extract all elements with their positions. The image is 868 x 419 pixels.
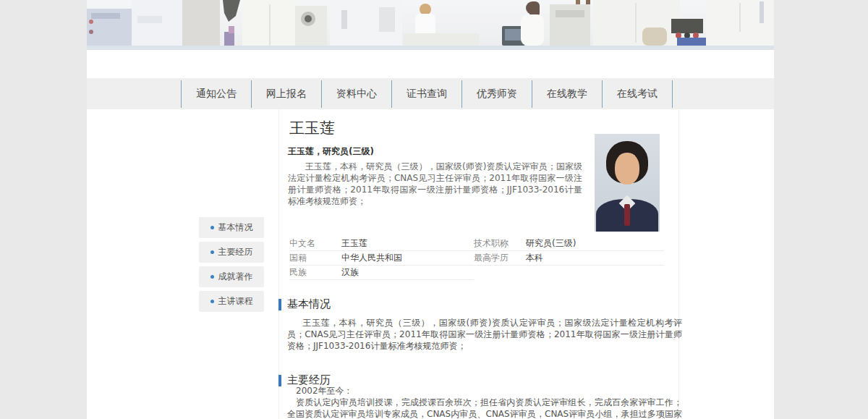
lab-banner-art <box>87 0 774 46</box>
banner-bottom-strip <box>87 46 774 50</box>
info-value: 中华人民共和国 <box>341 252 402 264</box>
portrait-photo <box>595 134 660 232</box>
info-value: 本科 <box>526 252 543 264</box>
bullet-icon <box>210 226 214 229</box>
info-label: 最高学历 <box>474 252 526 264</box>
main-navigation: 通知公告 网上报名 资料中心 证书查询 优秀师资 在线教学 在线考试 <box>87 78 774 109</box>
basic-info-table: 中文名 王玉莲 技术职称 研究员(三级) 国籍 中华人民共和国 最高学历 本科 … <box>289 237 664 280</box>
info-value: 汉族 <box>341 266 359 279</box>
table-row: 技术职称 研究员(三级) <box>474 237 664 251</box>
nav-tab-certificates[interactable]: 证书查询 <box>391 80 461 108</box>
section-experience-text: 资质认定内审员培训授课，完成授课百余班次；担任省内资质认定评审组长，完成百余家评… <box>287 397 682 419</box>
nav-tabs: 通知公告 网上报名 资料中心 证书查询 优秀师资 在线教学 在线考试 <box>181 80 673 108</box>
nav-tab-materials[interactable]: 资料中心 <box>321 80 391 108</box>
table-row: 最高学历 本科 <box>474 251 664 266</box>
section-title: 基本情况 <box>287 297 331 311</box>
section-bar-icon <box>278 375 281 386</box>
section-experience-date: 2002年至今： <box>287 385 682 397</box>
profile-intro-text: 王玉莲，本科，研究员（三级），国家级(师资)资质认定评审员；国家级法定计量检定机… <box>288 161 582 207</box>
portrait-face <box>615 153 639 185</box>
nav-tab-registration[interactable]: 网上报名 <box>251 80 321 108</box>
info-label: 中文名 <box>289 237 341 250</box>
sidebar-item-experience[interactable]: 主要经历 <box>199 242 264 263</box>
content-column: 通知公告 网上报名 资料中心 证书查询 优秀师资 在线教学 在线考试 基本情况 … <box>87 0 774 419</box>
table-row: 国籍 中华人民共和国 <box>289 251 474 266</box>
sidebar-item-label: 主要经历 <box>218 246 253 258</box>
info-label: 技术职称 <box>474 237 526 250</box>
sidebar-item-basic-info[interactable]: 基本情况 <box>199 217 264 238</box>
nav-tab-exams[interactable]: 在线考试 <box>602 80 672 108</box>
info-label: 国籍 <box>289 252 341 264</box>
table-row: 民族 汉族 <box>289 266 474 280</box>
sidebar-item-label: 主讲课程 <box>218 295 253 308</box>
nav-tab-notices[interactable]: 通知公告 <box>181 80 251 108</box>
portrait-tie <box>624 204 630 226</box>
sidebar-item-achievements[interactable]: 成就著作 <box>199 266 264 287</box>
section-bar-icon <box>278 299 281 310</box>
sidebar-item-label: 基本情况 <box>218 221 253 234</box>
content-card-right-border <box>678 109 679 419</box>
bullet-icon <box>210 250 214 254</box>
nav-tab-teaching[interactable]: 在线教学 <box>532 80 602 108</box>
bullet-icon <box>210 300 214 303</box>
lab-banner-image <box>87 0 774 46</box>
page: 通知公告 网上报名 资料中心 证书查询 优秀师资 在线教学 在线考试 基本情况 … <box>0 0 868 419</box>
sidebar-item-label: 成就著作 <box>218 271 253 283</box>
nav-tab-teachers[interactable]: 优秀师资 <box>461 80 532 108</box>
info-label: 民族 <box>289 266 341 279</box>
page-title: 王玉莲 <box>289 118 335 138</box>
info-value: 王玉莲 <box>341 237 367 250</box>
content-card-left-border <box>278 109 279 419</box>
nav-end-separator <box>672 80 673 108</box>
table-row-empty <box>474 266 664 280</box>
table-row: 中文名 王玉莲 <box>289 237 474 251</box>
profile-subtitle: 王玉莲，研究员(三级) <box>288 145 374 158</box>
section-basic-info-text: 王玉莲，本科，研究员（三级），国家级(师资)资质认定评审员；国家级法定计量检定机… <box>287 317 682 352</box>
sidebar-item-courses[interactable]: 主讲课程 <box>199 291 264 312</box>
info-value: 研究员(三级) <box>526 237 576 250</box>
bullet-icon <box>210 275 214 279</box>
section-heading-basic-info: 基本情况 <box>278 297 331 311</box>
